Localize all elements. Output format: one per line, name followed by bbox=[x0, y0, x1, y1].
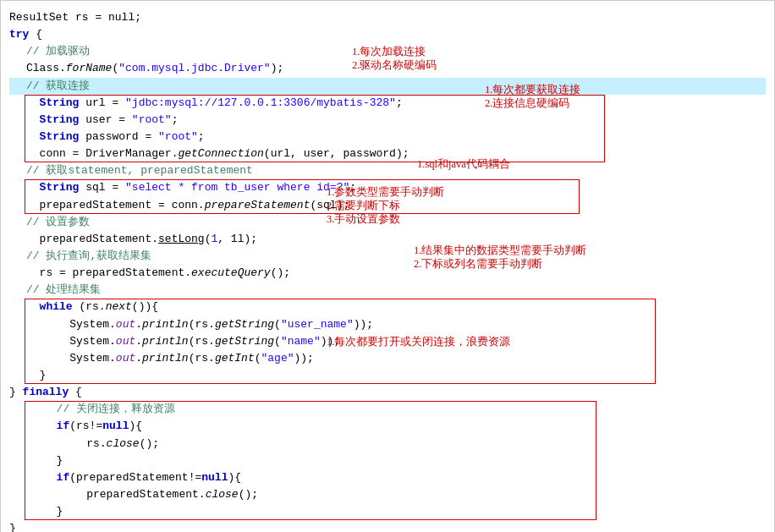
code-line-4: Class.forName("com.mysql.jdbc.Driver"); bbox=[9, 60, 766, 77]
code-line-2: try { bbox=[9, 26, 766, 43]
code-line-29: preparedStatement.close(); bbox=[9, 486, 766, 503]
code-line-26: rs.close(); bbox=[9, 436, 766, 452]
code-line-3: // 加载驱动 bbox=[9, 43, 766, 60]
code-line-17: // 处理结果集 bbox=[9, 282, 766, 299]
code-line-23: } finally { bbox=[9, 384, 766, 401]
code-line-8: String password = "root"; bbox=[9, 129, 766, 145]
code-line-25: if(rs!=null){ bbox=[9, 418, 766, 435]
code-line-1: ResultSet rs = null; bbox=[9, 9, 766, 26]
code-line-28: if(preparedStatement!=null){ bbox=[9, 469, 766, 486]
code-line-27: } bbox=[9, 452, 766, 469]
code-line-10: // 获取statement, preparedStatement bbox=[9, 162, 766, 179]
code-line-24: // 关闭连接，释放资源 bbox=[9, 401, 766, 418]
code-line-14: preparedStatement.setLong(1, 1l); bbox=[9, 231, 766, 248]
finally-block: // 关闭连接，释放资源 if(rs!=null){ rs.close(); }… bbox=[9, 401, 766, 520]
code-line-5: // 获取连接 bbox=[9, 78, 766, 95]
code-line-11: String sql = "select * from tb_user wher… bbox=[9, 179, 766, 196]
code-block: ResultSet rs = null; try { // 加载驱动 Class… bbox=[9, 9, 766, 532]
code-line-7: String user = "root"; bbox=[9, 112, 766, 129]
code-line-21: System.out.println(rs.getInt("age")); bbox=[9, 350, 766, 367]
code-line-20: System.out.println(rs.getString("name"))… bbox=[9, 333, 766, 350]
code-line-9: conn = DriverManager.getConnection(url, … bbox=[9, 145, 766, 162]
code-line-19: System.out.println(rs.getString("user_na… bbox=[9, 316, 766, 333]
code-line-16: rs = preparedStatement.executeQuery(); bbox=[9, 265, 766, 282]
code-line-18: while (rs.next()){ bbox=[9, 299, 766, 315]
code-container: ResultSet rs = null; try { // 加载驱动 Class… bbox=[0, 0, 775, 532]
code-line-12: preparedStatement = conn.prepareStatemen… bbox=[9, 197, 766, 214]
code-line-22: } bbox=[9, 367, 766, 384]
code-line-31: } bbox=[9, 520, 766, 532]
code-line-6: String url = "jdbc:mysql://127.0.0.1:330… bbox=[9, 95, 766, 112]
code-line-15: // 执行查询,获取结果集 bbox=[9, 248, 766, 265]
code-line-13: // 设置参数 bbox=[9, 214, 766, 231]
connection-block: String url = "jdbc:mysql://127.0.0.1:330… bbox=[9, 95, 766, 163]
code-line-30: } bbox=[9, 503, 766, 520]
while-block: while (rs.next()){ System.out.println(rs… bbox=[9, 299, 766, 384]
sql-block: String sql = "select * from tb_user wher… bbox=[9, 179, 766, 213]
